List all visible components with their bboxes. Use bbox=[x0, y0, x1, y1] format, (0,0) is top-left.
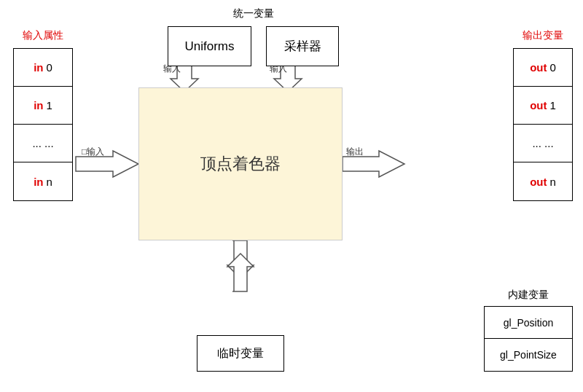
input-attributes-title: 输入属性 bbox=[23, 29, 63, 42]
output-item-0: out 0 bbox=[514, 49, 572, 87]
input-item-dots: ... ... bbox=[14, 125, 72, 162]
input-attributes-section: 输入属性 in 0 in 1 ... ... in n bbox=[13, 29, 73, 201]
input-item-1: in 1 bbox=[14, 87, 72, 125]
right-output-arrow bbox=[343, 151, 404, 177]
sampler-label: 采样器 bbox=[284, 38, 321, 55]
temp-vars-label: 临时变量 bbox=[217, 346, 264, 361]
temp-vars-box: 临时变量 bbox=[197, 335, 284, 372]
output-vars-title: 输出变量 bbox=[523, 29, 563, 42]
left-input-arrow bbox=[76, 151, 138, 177]
uniform-vars-section: 统一变量 Uniforms 采样器 bbox=[168, 7, 339, 66]
bottom-up-arrow bbox=[227, 254, 254, 291]
input-item-0: in 0 bbox=[14, 49, 72, 87]
output-item-1: out 1 bbox=[514, 87, 572, 125]
shader-label: 顶点着色器 bbox=[200, 153, 281, 175]
output-vars-section: 输出变量 out 0 out 1 ... ... out n bbox=[513, 29, 573, 201]
output-item-dots: ... ... bbox=[514, 125, 572, 162]
builtin-item-pointsize: gl_PointSize bbox=[485, 339, 572, 371]
sampler-box: 采样器 bbox=[266, 26, 339, 66]
input-item-n: in n bbox=[14, 162, 72, 200]
builtin-vars-title: 内建变量 bbox=[508, 289, 549, 302]
right-arrow-label: 输出 bbox=[346, 146, 364, 157]
shader-box: 顶点着色器 bbox=[138, 87, 343, 240]
uniforms-box: Uniforms bbox=[168, 26, 251, 66]
uniform-vars-title: 统一变量 bbox=[168, 7, 339, 20]
input-attributes-list: in 0 in 1 ... ... in n bbox=[13, 48, 73, 201]
bottom-down-arrow bbox=[227, 240, 254, 278]
builtin-vars-section: 内建变量 gl_Position gl_PointSize bbox=[484, 289, 573, 372]
output-item-n: out n bbox=[514, 162, 572, 200]
temp-vars-section: 临时变量 bbox=[197, 335, 284, 372]
output-vars-list: out 0 out 1 ... ... out n bbox=[513, 48, 573, 201]
uniforms-label: Uniforms bbox=[184, 39, 234, 54]
diagram-container: □输入 输入 输入 输出 输入属性 in 0 in 1 ... ... in n bbox=[0, 0, 583, 392]
builtin-vars-list: gl_Position gl_PointSize bbox=[484, 306, 573, 372]
left-arrow-label: □输入 bbox=[82, 146, 104, 157]
builtin-item-position: gl_Position bbox=[485, 307, 572, 339]
